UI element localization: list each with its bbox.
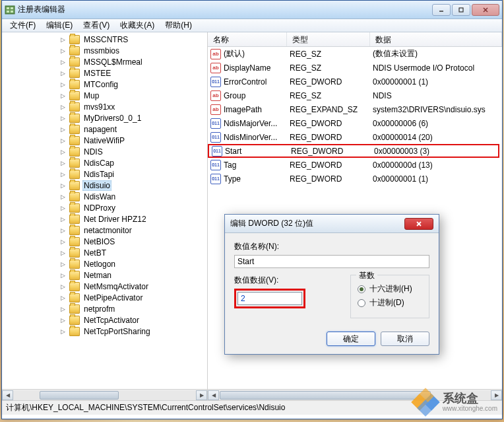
registry-tree[interactable]: MSSCNTRSmssmbiosMSSQL$MrmealMSTEEMTConfi…	[2, 32, 207, 389]
tree-item[interactable]: NetTcpPortSharing	[2, 326, 207, 337]
expand-icon[interactable]	[59, 103, 67, 111]
expand-icon[interactable]	[59, 316, 67, 324]
expand-icon[interactable]	[59, 238, 67, 246]
menu-item[interactable]: 编辑(E)	[41, 18, 78, 32]
expand-icon[interactable]	[59, 271, 67, 279]
tree-item[interactable]: Mup	[2, 90, 207, 101]
window-titlebar[interactable]: 注册表编辑器	[2, 1, 502, 19]
tree-item[interactable]: napagent	[2, 123, 207, 135]
tree-item[interactable]: NativeWifiP	[2, 135, 207, 146]
tree-item[interactable]: NetTcpActivator	[2, 314, 207, 326]
expand-icon[interactable]	[59, 114, 67, 122]
radio-dec[interactable]: 十进制(D)	[358, 297, 422, 308]
header-data[interactable]: 数据	[370, 32, 502, 46]
list-row[interactable]: 011TagREG_DWORD0x0000000d (13)	[208, 158, 502, 172]
ok-button[interactable]: 确定	[327, 332, 375, 346]
tree-hscroll[interactable]: ◀ ▶	[2, 389, 207, 400]
tree-item[interactable]: NetPipeActivator	[2, 292, 207, 303]
watermark: 系统盒 www.xitonghe.com	[412, 389, 497, 415]
tree-item[interactable]: NetMsmqActivator	[2, 281, 207, 292]
list-row[interactable]: 011StartREG_DWORD0x00000003 (3)	[208, 144, 499, 158]
radio-hex[interactable]: 十六进制(H)	[358, 283, 422, 295]
menu-item[interactable]: 帮助(H)	[160, 18, 197, 32]
scroll-left-icon[interactable]: ◀	[2, 390, 13, 400]
tree-item[interactable]: MyDrivers0_0_1	[2, 112, 207, 123]
tree-item[interactable]: mssmbios	[2, 45, 207, 56]
tree-item[interactable]: Netlogon	[2, 258, 207, 269]
expand-icon[interactable]	[59, 92, 67, 100]
expand-icon[interactable]	[59, 137, 67, 145]
cell-type: REG_DWORD	[290, 119, 373, 128]
expand-icon[interactable]	[59, 305, 67, 313]
expand-icon[interactable]	[59, 47, 67, 55]
expand-icon[interactable]	[59, 36, 67, 44]
expand-icon[interactable]	[59, 193, 67, 201]
expand-icon[interactable]	[59, 328, 67, 335]
menu-item[interactable]: 收藏夹(A)	[115, 18, 160, 32]
expand-icon[interactable]	[59, 227, 67, 234]
name-label: 数值名称(N):	[234, 241, 429, 252]
maximize-button[interactable]	[452, 4, 470, 16]
list-row[interactable]: 011NdisMajorVer...REG_DWORD0x00000006 (6…	[208, 116, 502, 130]
expand-icon[interactable]	[59, 69, 67, 77]
expand-icon[interactable]	[59, 125, 67, 133]
tree-item[interactable]: Net Driver HPZ12	[2, 213, 207, 225]
list-row[interactable]: abDisplayNameREG_SZNDIS Usermode I/O Pro…	[208, 61, 502, 75]
expand-icon[interactable]	[59, 58, 67, 66]
expand-icon[interactable]	[59, 81, 67, 88]
menu-item[interactable]: 查看(V)	[78, 18, 115, 32]
tree-item[interactable]: netprofm	[2, 303, 207, 314]
data-input[interactable]	[237, 292, 302, 305]
dialog-close-button[interactable]	[404, 218, 433, 230]
close-button[interactable]	[472, 4, 499, 16]
dialog-titlebar[interactable]: 编辑 DWORD (32 位)值	[225, 215, 439, 233]
watermark-cn: 系统盒	[443, 392, 497, 405]
minimize-button[interactable]	[432, 4, 451, 16]
header-type[interactable]: 类型	[287, 32, 370, 46]
scroll-left-icon[interactable]: ◀	[208, 390, 219, 400]
tree-item[interactable]: NetBIOS	[2, 236, 207, 247]
expand-icon[interactable]	[59, 249, 67, 257]
cancel-button[interactable]: 取消	[381, 332, 429, 346]
list-row[interactable]: ab(默认)REG_SZ(数值未设置)	[208, 47, 502, 61]
header-name[interactable]: 名称	[208, 32, 287, 46]
tree-item[interactable]: NdisTapi	[2, 168, 207, 180]
tree-item[interactable]: MSSQL$Mrmeal	[2, 56, 207, 67]
list-row[interactable]: 011ErrorControlREG_DWORD0x00000001 (1)	[208, 75, 502, 88]
menu-item[interactable]: 文件(F)	[5, 18, 41, 32]
list-row[interactable]: abGroupREG_SZNDIS	[208, 88, 502, 102]
expand-icon[interactable]	[59, 170, 67, 178]
tree-item[interactable]: mvs91xx	[2, 101, 207, 112]
list-row[interactable]: 011NdisMinorVer...REG_DWORD0x00000014 (2…	[208, 130, 502, 144]
expand-icon[interactable]	[59, 148, 67, 156]
tree-item[interactable]: NDIS	[2, 146, 207, 157]
expand-icon[interactable]	[59, 159, 67, 167]
expand-icon[interactable]	[59, 182, 67, 190]
tree-item[interactable]: Netman	[2, 269, 207, 281]
tree-item[interactable]: MTConfig	[2, 79, 207, 90]
tree-item[interactable]: netactmonitor	[2, 225, 207, 236]
tree-item[interactable]: NdisCap	[2, 157, 207, 168]
tree-item[interactable]: Ndisuio	[2, 180, 207, 191]
scroll-thumb[interactable]	[40, 391, 119, 400]
tree-item[interactable]: NetBT	[2, 247, 207, 258]
list-header: 名称 类型 数据	[208, 32, 502, 47]
expand-icon[interactable]	[59, 215, 67, 223]
tree-item[interactable]: MSTEE	[2, 67, 207, 79]
tree-label: NativeWifiP	[82, 136, 126, 145]
expand-icon[interactable]	[59, 204, 67, 212]
tree-item[interactable]: NdisWan	[2, 191, 207, 202]
cell-data: (数值未设置)	[373, 48, 502, 59]
expand-icon[interactable]	[59, 260, 67, 268]
expand-icon[interactable]	[59, 294, 67, 302]
expand-icon[interactable]	[59, 283, 67, 291]
tree-item[interactable]: NDProxy	[2, 202, 207, 213]
scroll-right-icon[interactable]: ▶	[196, 390, 207, 400]
edit-dword-dialog: 编辑 DWORD (32 位)值 数值名称(N): Start 数值数据(V):…	[224, 214, 439, 355]
scroll-thumb[interactable]	[220, 391, 431, 400]
tree-label: NetBT	[82, 248, 108, 258]
tree-item[interactable]: MSSCNTRS	[2, 34, 207, 45]
folder-icon	[69, 181, 80, 190]
list-row[interactable]: 011TypeREG_DWORD0x00000001 (1)	[208, 172, 502, 186]
list-row[interactable]: abImagePathREG_EXPAND_SZsystem32\DRIVERS…	[208, 102, 502, 116]
